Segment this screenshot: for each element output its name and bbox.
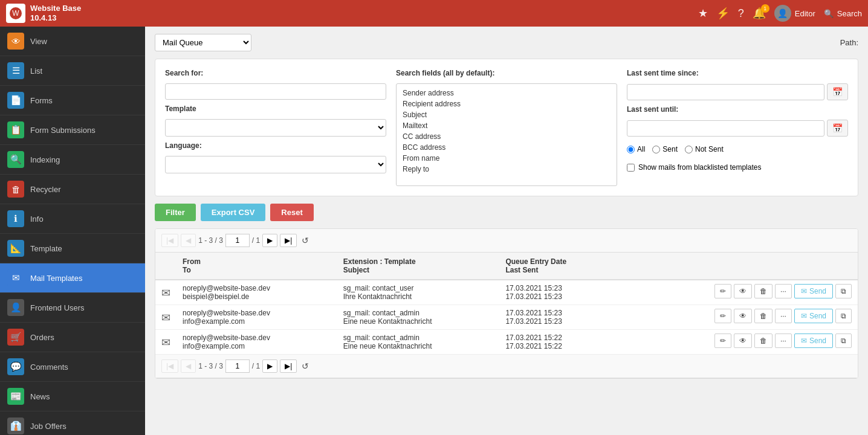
preview-button[interactable]: 👁 xyxy=(734,284,752,298)
refresh-icon-bottom[interactable]: ↺ xyxy=(302,361,309,371)
next-page-btn-bottom[interactable]: ▶ xyxy=(262,359,277,373)
total-pages-bottom: / 1 xyxy=(252,362,260,370)
field-sender: Sender address xyxy=(400,88,613,98)
send-icon: ✉ xyxy=(801,312,807,320)
row-last-sent: 17.03.2021 15:22 xyxy=(505,342,611,350)
row-from: noreply@website-base.dev xyxy=(183,309,331,317)
row-dates: 17.03.2021 15:22 17.03.2021 15:22 xyxy=(499,330,617,355)
blacklist-label[interactable]: Show mails from blacklisted templates xyxy=(638,163,761,172)
row-last-sent: 17.03.2021 15:23 xyxy=(505,292,611,301)
sidebar-item-form-submissions[interactable]: 📋 Form Submissions xyxy=(0,115,145,145)
radio-not-sent[interactable] xyxy=(685,146,693,153)
sidebar-item-forms[interactable]: 📄 Forms xyxy=(0,86,145,115)
row-last-sent: 17.03.2021 15:23 xyxy=(505,317,611,326)
delete-button[interactable]: 🗑 xyxy=(754,334,772,348)
sidebar-item-comments[interactable]: 💬 Comments xyxy=(0,352,145,382)
star-icon[interactable]: ★ xyxy=(698,7,708,20)
more-button[interactable]: ··· xyxy=(775,309,792,323)
more-button[interactable]: ··· xyxy=(775,334,792,348)
template-select[interactable] xyxy=(165,119,386,137)
sidebar-item-label: Job Offers xyxy=(30,422,66,431)
sidebar-item-indexing[interactable]: 🔍 Indexing xyxy=(0,145,145,175)
search-fields-list[interactable]: Sender address Recipient address Subject… xyxy=(396,83,617,186)
pagination-top: |◀ ◀ 1 - 3 / 3 / 1 ▶ ▶| ↺ xyxy=(155,229,858,253)
radio-all-label[interactable]: All xyxy=(627,145,645,153)
sidebar-item-mail-templates[interactable]: ✉ Mail Templates xyxy=(0,263,145,293)
app-logo: W Website Base 10.4.13 xyxy=(6,4,81,23)
last-sent-since-calendar-btn[interactable]: 📅 xyxy=(827,83,848,100)
search-for-input[interactable] xyxy=(165,83,386,100)
col-actions xyxy=(617,253,858,280)
next-page-btn[interactable]: ▶ xyxy=(262,234,277,247)
view-mode-select[interactable]: Mail Queue Mail Templates xyxy=(155,34,251,51)
reset-button[interactable]: Reset xyxy=(270,204,313,221)
sidebar-item-list[interactable]: ☰ List xyxy=(0,56,145,86)
table-body: ✉ noreply@website-base.dev beispiel@beis… xyxy=(155,280,858,355)
page-input-bottom[interactable] xyxy=(225,359,250,373)
copy-button[interactable]: ⧉ xyxy=(835,309,852,323)
table-row: ✉ noreply@website-base.dev beispiel@beis… xyxy=(155,280,858,305)
copy-button[interactable]: ⧉ xyxy=(835,284,852,298)
blacklist-checkbox[interactable] xyxy=(627,164,635,172)
edit-button[interactable]: ✏ xyxy=(714,309,731,323)
first-page-btn[interactable]: |◀ xyxy=(161,234,178,247)
preview-button[interactable]: 👁 xyxy=(734,334,752,348)
send-button[interactable]: ✉ Send xyxy=(794,334,833,348)
delete-button[interactable]: 🗑 xyxy=(754,309,772,323)
prev-page-btn-bottom[interactable]: ◀ xyxy=(181,359,196,373)
edit-button[interactable]: ✏ xyxy=(714,334,731,348)
send-button[interactable]: ✉ Send xyxy=(794,284,833,298)
delete-button[interactable]: 🗑 xyxy=(754,284,772,298)
sidebar-item-template[interactable]: 📐 Template xyxy=(0,234,145,263)
first-page-btn-bottom[interactable]: |◀ xyxy=(161,359,178,373)
user-menu[interactable]: 👤 Editor xyxy=(774,5,815,22)
more-button[interactable]: ··· xyxy=(775,284,792,298)
edit-button[interactable]: ✏ xyxy=(714,284,731,298)
last-sent-since-row: 📅 xyxy=(627,83,848,100)
last-page-btn[interactable]: ▶| xyxy=(280,234,297,247)
lightning-icon[interactable]: ⚡ xyxy=(716,7,730,20)
sidebar-item-recycler[interactable]: 🗑 Recycler xyxy=(0,175,145,204)
row-actions: ✏ 👁 🗑 ··· ✉ Send ⧉ xyxy=(623,334,852,348)
search-label: Search xyxy=(837,9,862,18)
sidebar-item-info[interactable]: ℹ Info xyxy=(0,204,145,234)
logo-icon: W xyxy=(6,4,25,23)
send-button[interactable]: ✉ Send xyxy=(794,309,833,323)
row-ext-subject: sg_mail: contact_admin Eine neue Kontakt… xyxy=(337,330,500,355)
export-csv-button[interactable]: Export CSV xyxy=(201,204,266,221)
help-icon[interactable]: ? xyxy=(738,7,744,20)
field-mailtext: Mailtext xyxy=(400,120,613,131)
row-subject: Ihre Kontaktnachricht xyxy=(343,292,494,301)
language-select[interactable] xyxy=(165,156,386,173)
radio-sent-label[interactable]: Sent xyxy=(652,145,678,153)
prev-page-btn[interactable]: ◀ xyxy=(181,234,196,247)
copy-button[interactable]: ⧉ xyxy=(835,334,852,348)
radio-all[interactable] xyxy=(627,146,635,153)
filter-button[interactable]: Filter xyxy=(155,204,196,221)
preview-button[interactable]: 👁 xyxy=(734,309,752,323)
search-button[interactable]: 🔍 Search xyxy=(824,9,862,18)
sidebar-item-view[interactable]: 👁 View xyxy=(0,27,145,56)
radio-not-sent-label[interactable]: Not Sent xyxy=(685,145,724,153)
sidebar-item-label: Indexing xyxy=(30,155,60,164)
sidebar-item-frontend-users[interactable]: 👤 Frontend Users xyxy=(0,293,145,323)
sidebar-item-label: Forms xyxy=(30,96,53,105)
field-subject: Subject xyxy=(400,109,613,120)
last-sent-since-input[interactable] xyxy=(627,84,824,100)
sidebar-item-job-offers[interactable]: 👔 Job Offers xyxy=(0,411,145,435)
last-page-btn-bottom[interactable]: ▶| xyxy=(280,359,297,373)
field-bcc: BCC address xyxy=(400,142,613,153)
pagination-bottom: |◀ ◀ 1 - 3 / 3 / 1 ▶ ▶| ↺ xyxy=(155,355,858,378)
page-input[interactable] xyxy=(225,234,250,247)
row-ext-subject: sg_mail: contact_user Ihre Kontaktnachri… xyxy=(337,280,500,305)
last-sent-until-calendar-btn[interactable]: 📅 xyxy=(827,120,848,137)
sidebar-item-orders[interactable]: 🛒 Orders xyxy=(0,323,145,352)
sidebar-item-news[interactable]: 📰 News xyxy=(0,382,145,411)
last-sent-since-label: Last sent time since: xyxy=(627,69,848,77)
mail-table: From To Extension : Template Subject Que… xyxy=(155,253,858,355)
sidebar-item-label: Template xyxy=(30,244,62,253)
radio-sent[interactable] xyxy=(652,146,660,153)
refresh-icon[interactable]: ↺ xyxy=(302,236,309,245)
last-sent-until-input[interactable] xyxy=(627,120,824,137)
notification-bell[interactable]: 🔔 1 xyxy=(753,7,766,20)
